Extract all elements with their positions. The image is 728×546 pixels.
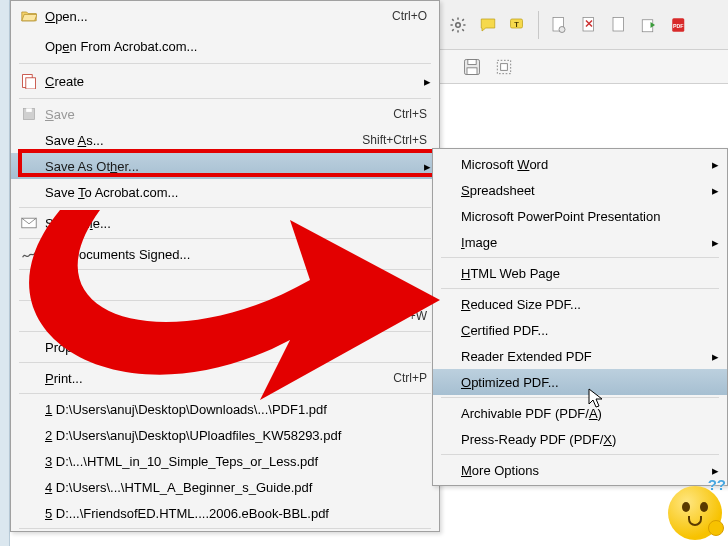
menu-item-save-as[interactable]: Save As... Shift+Ctrl+S: [11, 127, 439, 153]
submenu-label: More Options: [461, 463, 717, 478]
menu-separator: [441, 397, 719, 398]
menu-item-open-acrobat[interactable]: Open From Acrobat.com...: [11, 31, 439, 61]
attach-page-icon[interactable]: [549, 15, 569, 35]
menu-shortcut: +W: [409, 309, 427, 323]
svg-rect-16: [26, 78, 36, 89]
menu-item-close[interactable]: +W: [11, 303, 439, 329]
menu-item-properties[interactable]: Properties...: [11, 334, 439, 360]
submenu-item-optimized[interactable]: Optimized PDF...: [433, 369, 727, 395]
menu-separator: [19, 98, 431, 99]
svg-text:T: T: [514, 19, 519, 28]
export-icon[interactable]: [639, 15, 659, 35]
left-strip: [0, 0, 10, 546]
menu-label: Open...: [45, 9, 392, 24]
menu-separator: [19, 331, 431, 332]
submenu-item-word[interactable]: Microsoft Word ▸: [433, 151, 727, 177]
envelope-icon: [19, 213, 39, 233]
menu-shortcut: Ctrl+S: [393, 107, 427, 121]
comment-icon[interactable]: [478, 15, 498, 35]
svg-rect-6: [613, 17, 624, 31]
menu-label: Save To Acrobat.com...: [45, 185, 427, 200]
menu-item-save-to-acrobat[interactable]: Save To Acrobat.com...: [11, 179, 439, 205]
thinking-emoji-icon: ??: [668, 486, 722, 540]
submenu-label: Archivable PDF (PDF/A): [461, 406, 717, 421]
menu-label: Get Documents Signed...: [45, 247, 427, 262]
submenu-item-archivable[interactable]: Archivable PDF (PDF/A): [433, 400, 727, 426]
chevron-right-icon: ▸: [712, 349, 719, 364]
submenu-item-ppt[interactable]: Microsoft PowerPoint Presentation: [433, 203, 727, 229]
pdf-icon[interactable]: PDF: [669, 15, 689, 35]
floppy-icon: [19, 104, 39, 124]
submenu-label: Reader Extended PDF: [461, 349, 717, 364]
menu-item-open[interactable]: Open... Ctrl+O: [11, 1, 439, 31]
submenu-label: HTML Web Page: [461, 266, 717, 281]
submenu-label: Microsoft PowerPoint Presentation: [461, 209, 717, 224]
menu-label: Save: [45, 107, 393, 122]
menu-label: Send File...: [45, 216, 427, 231]
svg-rect-11: [468, 59, 476, 64]
submenu-item-image[interactable]: Image ▸: [433, 229, 727, 255]
submenu-item-more[interactable]: More Options ▸: [433, 457, 727, 483]
menu-label: Re: [45, 278, 427, 293]
menu-item-recent[interactable]: 3 D:\...\HTML_in_10_Simple_Teps_or_Less.…: [11, 448, 439, 474]
menu-item-recent[interactable]: 2 D:\Users\anuj\Desktop\UPloadfiles_KW58…: [11, 422, 439, 448]
menu-label: Open From Acrobat.com...: [45, 39, 427, 54]
menu-separator: [441, 454, 719, 455]
page-icon[interactable]: [609, 15, 629, 35]
gear-icon[interactable]: [448, 15, 468, 35]
text-highlight-icon[interactable]: T: [508, 15, 528, 35]
menu-item-get-signed[interactable]: Get Documents Signed...: [11, 241, 439, 267]
chevron-right-icon: ▸: [712, 235, 719, 250]
delete-page-icon[interactable]: [579, 15, 599, 35]
menu-separator: [19, 362, 431, 363]
menu-separator: [19, 238, 431, 239]
folder-open-icon: [19, 6, 39, 26]
menu-separator: [19, 63, 431, 64]
menu-label: Print...: [45, 371, 393, 386]
submenu-item-reader-ext[interactable]: Reader Extended PDF ▸: [433, 343, 727, 369]
menu-item-create[interactable]: Create ▸: [11, 66, 439, 96]
submenu-label: Microsoft Word: [461, 157, 717, 172]
menu-separator: [441, 288, 719, 289]
submenu-label: Certified PDF...: [461, 323, 717, 338]
toolbar-separator: [538, 11, 539, 39]
chevron-right-icon: ▸: [424, 74, 431, 89]
menu-label: Save As Other...: [45, 159, 427, 174]
save-as-other-submenu: Microsoft Word ▸ Spreadsheet ▸ Microsoft…: [432, 148, 728, 486]
file-menu: Open... Ctrl+O Open From Acrobat.com... …: [10, 0, 440, 532]
menu-separator: [19, 207, 431, 208]
menu-separator: [19, 269, 431, 270]
chevron-right-icon: ▸: [712, 183, 719, 198]
menu-recent-label: 4 D:\Users\...\HTML_A_Beginner_s_Guide.p…: [45, 480, 427, 495]
menu-separator: [19, 300, 431, 301]
submenu-item-html[interactable]: HTML Web Page: [433, 260, 727, 286]
submenu-item-certified[interactable]: Certified PDF...: [433, 317, 727, 343]
submenu-item-spreadsheet[interactable]: Spreadsheet ▸: [433, 177, 727, 203]
save-disk-icon[interactable]: [462, 57, 482, 77]
submenu-item-reduced[interactable]: Reduced Size PDF...: [433, 291, 727, 317]
fit-page-icon[interactable]: [494, 57, 514, 77]
menu-item-revert[interactable]: Re: [11, 272, 439, 298]
create-pdf-icon: [19, 71, 39, 91]
menu-item-save-as-other[interactable]: Save As Other... ▸: [11, 153, 439, 179]
svg-rect-12: [467, 67, 477, 74]
chevron-right-icon: ▸: [712, 157, 719, 172]
svg-point-4: [559, 26, 565, 32]
menu-label: Create: [45, 74, 427, 89]
submenu-label: Image: [461, 235, 717, 250]
sign-icon: [19, 244, 39, 264]
sub-toolbar: [440, 50, 728, 84]
menu-item-send-file[interactable]: Send File...: [11, 210, 439, 236]
menu-recent-label: 1 D:\Users\anuj\Desktop\Downloads\...\PD…: [45, 402, 427, 417]
menu-recent-label: 5 D:...\FriendsofED.HTML....2006.eBook-B…: [45, 506, 427, 521]
menu-separator: [441, 257, 719, 258]
menu-item-print[interactable]: Print... Ctrl+P: [11, 365, 439, 391]
menu-item-recent[interactable]: 5 D:...\FriendsofED.HTML....2006.eBook-B…: [11, 500, 439, 526]
chevron-right-icon: ▸: [424, 159, 431, 174]
menu-recent-label: 3 D:\...\HTML_in_10_Simple_Teps_or_Less.…: [45, 454, 427, 469]
submenu-item-press-ready[interactable]: Press-Ready PDF (PDF/X): [433, 426, 727, 452]
menu-item-recent[interactable]: 4 D:\Users\...\HTML_A_Beginner_s_Guide.p…: [11, 474, 439, 500]
svg-rect-18: [26, 108, 32, 112]
menu-item-recent[interactable]: 1 D:\Users\anuj\Desktop\Downloads\...\PD…: [11, 396, 439, 422]
submenu-label: Reduced Size PDF...: [461, 297, 717, 312]
